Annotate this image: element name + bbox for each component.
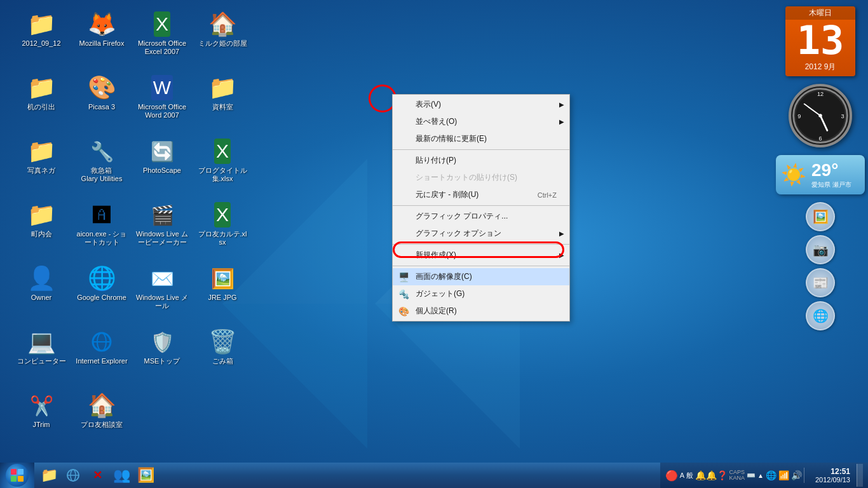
show-desktop-button[interactable] [857,464,863,487]
windows-logo-icon [10,468,24,482]
icon-2012[interactable]: 📁 2012_09_12 [13,6,70,70]
tray-arrow[interactable]: ▲ [757,472,764,479]
clock-date: 2012/09/13 [815,476,850,484]
icon-windows-live-mail[interactable]: ✉️ Windows Live メール [133,261,191,324]
menu-item-sort[interactable]: 並べ替え(O) ▶ [393,113,569,130]
menu-arrow-new: ▶ [559,252,564,259]
small-gadget-4[interactable]: 🌐 [806,301,835,330]
icon-owner[interactable]: 👤 Owner [13,261,70,324]
icon-word2007[interactable]: W Microsoft Office Word 2007 [133,70,191,133]
svg-text:6: 6 [818,135,822,142]
icon-photoscape[interactable]: 🔄 PhotoScape [133,133,191,197]
svg-text:9: 9 [797,113,801,119]
icon-photo-nega[interactable]: 📁 写真ネガ [13,133,70,197]
clock-gadget[interactable]: 12 3 6 9 [789,84,852,147]
menu-item-paste[interactable]: 貼り付け(P) [393,152,569,169]
start-button[interactable] [0,463,34,488]
svg-text:12: 12 [817,91,824,97]
menu-personalize-label: 個人設定(R) [416,306,457,316]
small-gadget-3[interactable]: 📰 [806,268,835,297]
icon-internet-explorer[interactable]: Internet Explorer [73,324,130,388]
menu-item-view[interactable]: 表示(V) ▶ [393,96,569,113]
menu-item-screen-res[interactable]: 🖥️ 画面の解像度(C) [393,268,569,285]
tray-volume-icon[interactable]: 🔊 [791,470,802,480]
weather-gadget[interactable]: ☀️ 29° 愛知県 瀬戸市 [776,155,865,194]
menu-item-gadgets[interactable]: 🔩 ガジェット(G) [393,285,569,302]
start-orb [6,464,29,487]
icon-chonaikai[interactable]: 📁 町内会 [13,197,70,261]
tray-network-icon: 🌐 [766,470,776,480]
menu-arrow-sort: ▶ [559,118,564,125]
icon-aicon-exe[interactable]: 🅰 aicon.exe - ショートカット [73,197,130,261]
icon-picasa3[interactable]: 🎨 Picasa 3 [73,70,130,133]
calendar-gadget[interactable]: 木曜日 13 2012 9月 [785,6,855,76]
taskbar-icon-users[interactable]: 👥 [109,463,133,487]
weather-temp: 29° [811,160,851,180]
menu-gadgets-label: ガジェット(G) [416,288,465,299]
calendar-date: 13 [788,21,853,60]
icon-glary-utilities[interactable]: 🔧 救急箱Glary Utilities [73,133,130,197]
small-gadget-2[interactable]: 📷 [806,235,835,264]
icon-mse-top[interactable]: 🛡️ MSEトップ [133,324,191,388]
icon-milk-room[interactable]: 🏠 ミルク姫の部屋 [194,6,251,70]
menu-separator-4 [393,266,569,266]
icon-firefox[interactable]: 🦊 Mozilla Firefox [73,6,130,70]
menu-item-new[interactable]: 新規作成(X) ▶ [393,247,569,264]
tray-signal-icon: 📶 [778,470,789,480]
icon-computer[interactable]: 💻 コンピューター [13,324,70,388]
menu-view-label: 表示(V) [416,99,441,110]
taskbar-ie-icon [66,468,80,482]
taskbar: 📁 ✕ 👥 🖼️ 🔴 A 般 🔔🔔❓ CAPSKANA ⌨️ ▲ [0,463,868,488]
icon-tomodachi-soudan[interactable]: 🏠 プロ友相談室 [73,388,130,451]
menu-item-undo[interactable]: 元に戻す - 削除(U) Ctrl+Z [393,186,569,203]
clock-time: 12:51 [831,467,850,476]
icon-google-chrome[interactable]: 🌐 Google Chrome [73,261,130,324]
menu-arrow-view: ▶ [559,101,564,108]
menu-item-graphic-prop[interactable]: グラフィック プロパティ... [393,208,569,225]
menu-paste-shortcut-label: ショートカットの貼り付け(S) [416,172,517,183]
small-gadget-1[interactable]: 🖼️ [806,202,835,231]
menu-item-graphic-opt[interactable]: グラフィック オプション ▶ [393,225,569,242]
icon-trash[interactable]: 🗑️ ごみ箱 [194,324,251,388]
system-clock[interactable]: 12:51 2012/09/13 [811,467,854,484]
icon-shiryo[interactable]: 📁 資料室 [194,70,251,133]
menu-undo-label: 元に戻す - 削除(U) [416,189,478,200]
menu-item-personalize[interactable]: 🎨 個人設定(R) [393,302,569,320]
weather-location: 愛知県 瀬戸市 [811,180,851,189]
menu-new-label: 新規作成(X) [416,250,456,261]
menu-separator-2 [393,205,569,206]
tray-separator [804,468,804,483]
menu-arrow-graphic-opt: ▶ [559,230,564,237]
desktop: 📁 2012_09_12 🦊 Mozilla Firefox X Microso… [0,0,868,488]
svg-point-11 [818,114,822,118]
context-menu: 表示(V) ▶ 並べ替え(O) ▶ 最新の情報に更新(E) 貼り付け(P) ショ… [392,94,570,322]
gadgets-panel: 木曜日 13 2012 9月 12 3 6 9 [776,6,865,330]
tray-text-mode: A 般 [680,471,693,480]
tray-icons-group: 🔔🔔❓ [695,470,728,480]
svg-rect-12 [11,469,17,475]
menu-separator-3 [393,244,569,245]
menu-paste-label: 貼り付け(P) [416,155,456,166]
icon-wlm-maker[interactable]: 🎬 Windows Live ムービーメーカー [133,197,191,261]
icon-blog-titles[interactable]: X ブログタイトル集.xlsx [194,133,251,197]
menu-item-refresh[interactable]: 最新の情報に更新(E) [393,130,569,147]
menu-undo-shortcut: Ctrl+Z [538,191,557,199]
menu-refresh-label: 最新の情報に更新(E) [416,133,487,144]
taskbar-icon-x[interactable]: ✕ [85,463,109,487]
menu-item-paste-shortcut[interactable]: ショートカットの貼り付け(S) [393,169,569,186]
taskbar-icon-photo[interactable]: 🖼️ [133,463,158,487]
svg-rect-13 [18,469,24,475]
menu-screen-res-label: 画面の解像度(C) [416,271,472,282]
tray-keyboard-icon: ⌨️ [747,471,756,480]
icon-tomodachi-karte[interactable]: X プロ友カルテ.xlsx [194,197,251,261]
taskbar-icon-explorer[interactable]: 📁 [37,463,61,487]
icon-jtrim[interactable]: ✂️ JTrim [13,388,70,451]
tray-antivirus-icon: 🔴 [665,470,678,482]
clock-face: 12 3 6 9 [791,86,850,145]
icon-desk-drawer[interactable]: 📁 机の引出 [13,70,70,133]
icon-jre-jpg[interactable]: 🖼️ JRE JPG [194,261,251,324]
svg-rect-14 [11,476,17,482]
icon-excel2007[interactable]: X Microsoft Office Excel 2007 [133,6,191,70]
taskbar-icon-ie[interactable] [61,463,85,487]
system-tray: 🔴 A 般 🔔🔔❓ CAPSKANA ⌨️ ▲ 🌐 📶 🔊 12:51 2012… [660,463,868,488]
